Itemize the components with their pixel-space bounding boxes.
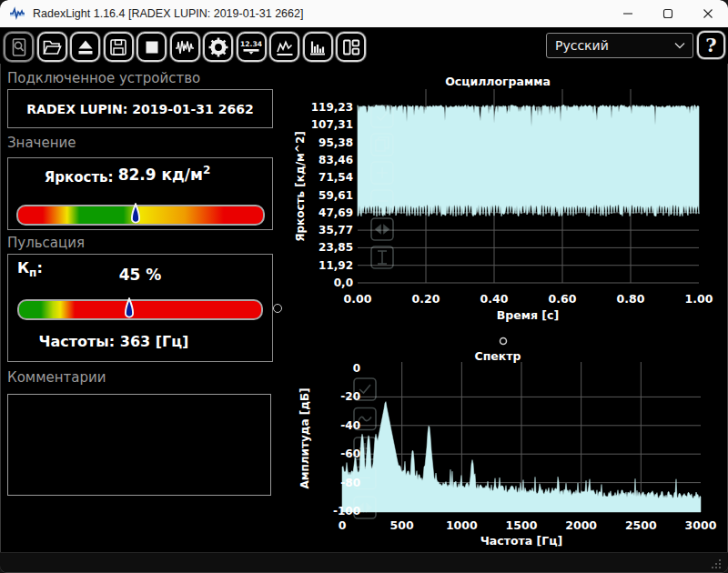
kp-value: 45 % <box>8 266 272 284</box>
brightness-value-line: Яркость: 82.9 кд/м2 <box>0 166 259 186</box>
gear-icon <box>207 36 229 58</box>
x-tick-label: 1000 <box>446 518 478 532</box>
y-tick-label: 47,69 <box>318 206 353 219</box>
brightness-meter-bar <box>16 205 265 226</box>
y-tick-label: 11,92 <box>318 259 353 272</box>
chart-splitter-handle[interactable] <box>500 338 507 345</box>
x-tick-label: 1500 <box>506 518 538 532</box>
y-tick-label: -20 <box>340 390 360 403</box>
y-tick-label: 0,0 <box>334 276 353 289</box>
brightness-panel: Яркость: 82.9 кд/м2 <box>7 157 273 230</box>
stop-icon <box>141 36 163 58</box>
waveform-icon <box>174 36 196 58</box>
y-tick-label: 59,61 <box>318 189 353 202</box>
spectrum-button[interactable] <box>303 32 333 62</box>
minimize-icon <box>622 8 633 19</box>
window-title: RadexLight 1.16.4 [RADEX LUPIN: 2019-01-… <box>33 7 303 20</box>
device-name: RADEX LUPIN: 2019-01-31 2662 <box>26 102 253 116</box>
close-icon <box>703 8 713 19</box>
oscillogram-button[interactable] <box>170 32 200 62</box>
x-tick-label: 2000 <box>565 518 597 532</box>
oscillogram-waveform <box>358 106 699 217</box>
magnifier-document-icon <box>8 36 30 58</box>
y-axis-title: Амплитуда [дБ] <box>298 387 311 488</box>
open-folder-icon <box>41 36 63 58</box>
numeric-display-button[interactable]: 12.34 <box>237 32 267 62</box>
svg-text:12.34: 12.34 <box>240 40 262 48</box>
x-axis-title: Частота [Гц] <box>480 534 562 548</box>
pulsation-indicator <box>125 297 135 322</box>
x-tick-label: 0.40 <box>480 292 509 306</box>
x-tick-label: 0.80 <box>617 292 645 306</box>
x-tick-label: 0.60 <box>549 292 577 306</box>
y-tick-label: 95,38 <box>318 136 353 149</box>
y-tick-label: -100 <box>333 505 360 518</box>
close-button[interactable] <box>688 0 728 27</box>
layout-icon <box>340 36 362 58</box>
toolbar: 12.34 Русский ? <box>0 27 728 64</box>
x-tick-label: 0 <box>339 518 347 532</box>
eject-button[interactable] <box>70 32 100 62</box>
settings-button[interactable] <box>203 32 233 62</box>
minimize-button[interactable] <box>608 0 648 27</box>
panel-splitter-handle[interactable] <box>273 304 282 313</box>
chevron-down-icon <box>674 42 685 49</box>
value-header: Значение <box>7 135 76 151</box>
x-tick-label: 1.00 <box>685 292 713 306</box>
y-tick-label: 119,23 <box>311 101 353 114</box>
chart-title: Спектр <box>475 349 521 363</box>
fit-horizontal-icon[interactable] <box>371 218 393 240</box>
spectrum-chart[interactable]: Спектр0-20-40-60-80-10005001000150020002… <box>287 335 728 552</box>
y-tick-label: 71,54 <box>318 171 353 184</box>
x-axis-title: Время [с] <box>497 308 559 322</box>
layout-button[interactable] <box>336 32 366 62</box>
pulsation-header: Пульсация <box>7 235 85 251</box>
y-tick-label: 23,85 <box>318 241 353 254</box>
preview-button[interactable] <box>4 32 34 62</box>
connected-device-header: Подключенное устройство <box>7 70 200 86</box>
brightness-indicator <box>131 203 141 227</box>
brightness-value: 82.9 кд/м2 <box>118 166 211 184</box>
x-tick-label: 3000 <box>685 518 717 532</box>
help-button[interactable]: ? <box>697 31 725 59</box>
pulsation-meter-bar <box>17 299 263 320</box>
app-icon <box>9 6 25 21</box>
y-tick-label: 83,46 <box>318 154 353 166</box>
y-tick-label: 0 <box>353 362 360 375</box>
title-bar: RadexLight 1.16.4 [RADEX LUPIN: 2019-01-… <box>0 0 728 27</box>
window-controls <box>608 0 728 27</box>
stop-button[interactable] <box>136 32 167 62</box>
x-tick-label: 500 <box>390 518 414 532</box>
language-select[interactable]: Русский <box>546 33 693 58</box>
numeric-display-icon: 12.34 <box>240 36 262 58</box>
oscillogram-chart[interactable]: Осциллограмма119,23107,3195,3883,4671,54… <box>287 65 728 333</box>
radexlight-window: RadexLight 1.16.4 [RADEX LUPIN: 2019-01-… <box>0 0 728 573</box>
y-tick-label: 35,77 <box>318 224 353 236</box>
open-button[interactable] <box>37 32 67 62</box>
resize-grip[interactable] <box>710 558 722 569</box>
x-tick-label: 2500 <box>625 518 657 532</box>
y-tick-label: 107,31 <box>311 118 353 131</box>
y-axis-title: Яркость [кд/м^2] <box>294 131 307 241</box>
y-tick-label: -60 <box>340 447 360 460</box>
y-tick-label: -40 <box>340 419 360 432</box>
line-chart-icon <box>274 36 296 58</box>
eject-icon <box>75 36 96 58</box>
x-tick-label: 0.00 <box>344 292 372 306</box>
maximize-icon <box>662 8 673 19</box>
save-button[interactable] <box>104 32 134 62</box>
maximize-button[interactable] <box>648 0 688 27</box>
pulsation-panel: Кп: 45 % Частоты: 363 [Гц] <box>7 254 273 362</box>
save-icon <box>107 36 129 58</box>
x-tick-label: 0.20 <box>412 292 440 306</box>
chart-title: Осциллограмма <box>445 75 551 88</box>
status-bar <box>0 552 728 572</box>
language-value: Русский <box>555 38 609 53</box>
comments-input[interactable] <box>7 394 271 496</box>
trend-button[interactable] <box>269 32 299 62</box>
brightness-label: Яркость: <box>45 169 114 186</box>
device-name-box: RADEX LUPIN: 2019-01-31 2662 <box>7 89 273 128</box>
bar-chart-icon <box>307 36 329 58</box>
frequency-value: Частоты: 363 [Гц] <box>0 333 246 350</box>
y-tick-label: -80 <box>340 477 360 489</box>
